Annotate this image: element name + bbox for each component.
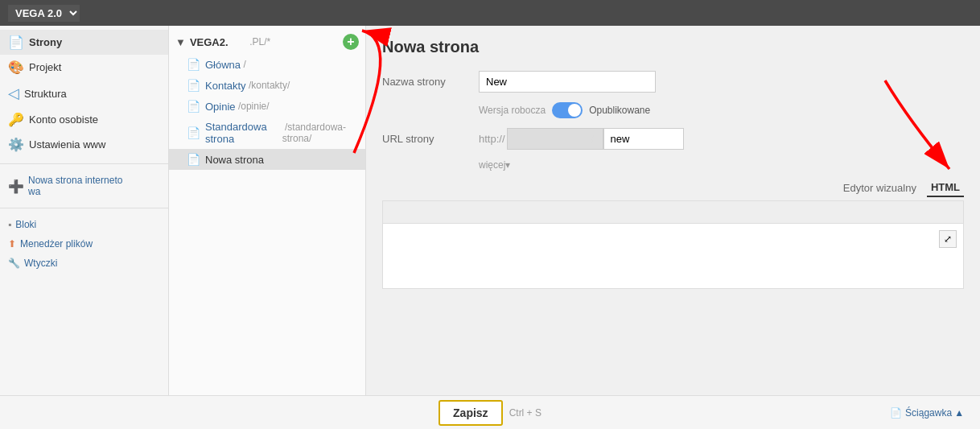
name-label: Nazwa strony [382,76,479,88]
editor-expand-button[interactable]: ⤢ [939,230,957,248]
page-file-icon-4: 📄 [187,126,200,139]
tree-header: ▼ VEGA2. .PL/* + [169,30,365,54]
shortcut-hint: Ctrl + S [509,407,541,419]
sidebar-link-manager[interactable]: ⬆ Menedżer plików [0,234,168,254]
tree-page-name-4[interactable]: Standardowa strona [205,121,282,145]
url-row: URL strony http:// .pl/ [382,128,964,150]
projekt-icon: 🎨 [8,60,24,75]
sidebar-link-new-site[interactable]: ➕ Nowa strona internetowa [0,171,168,201]
draft-label: Wersja robocza [479,105,546,116]
name-row: Nazwa strony [382,71,964,93]
add-site-icon: ➕ [8,179,24,194]
page-file-icon: 📄 [187,58,200,71]
manager-icon: ⬆ [8,238,16,250]
app-selector[interactable]: VEGA 2.0 [8,5,80,22]
main-container: 📄 Strony 🎨 Projekt ◁ Struktura 🔑 Konto o… [0,26,980,395]
tree-item-nowa[interactable]: 📄 Nowa strona [169,149,365,170]
html-editor-button[interactable]: HTML [927,179,964,197]
cheatsheet-link[interactable]: 📄 Ściągawka ▲ [890,407,964,419]
bloki-icon: ▪ [8,219,11,230]
sidebar-item-strony[interactable]: 📄 Strony [0,30,168,55]
more-link[interactable]: więcej▾ [479,159,964,171]
tree-page-path-4: /standardowa-strona/ [282,122,359,144]
url-input[interactable] [603,128,684,150]
plugins-icon: 🔧 [8,258,20,269]
editor-area[interactable]: ⤢ [382,200,964,289]
ustawienia-icon: ⚙️ [8,137,24,152]
cheatsheet-arrow: ▲ [954,407,964,419]
tree-item-opinie[interactable]: 📄 Opinie /opinie/ [169,96,365,117]
tree-page-name[interactable]: Główna [205,59,241,71]
footer-center: Zapisz Ctrl + S [439,400,541,426]
editor-content[interactable]: ⤢ [383,224,963,288]
tree-toggle-icon[interactable]: ▼ [175,36,186,48]
save-button[interactable]: Zapisz [439,400,503,426]
tree-page-path: / [241,59,246,70]
footer-right-wrapper: 📄 Ściągawka ▲ [541,407,964,419]
page-icon: 📄 [8,35,24,50]
toggle-row: Wersja robocza Opublikowane [479,102,964,118]
visual-editor-button[interactable]: Edytor wizualny [839,179,920,196]
add-page-button[interactable]: + [343,34,359,50]
sidebar-divider-2 [0,208,168,208]
sidebar-divider-1 [0,163,168,164]
tree-site-domain: .PL/* [229,36,271,47]
struktura-icon: ◁ [8,85,19,102]
sidebar-link-bloki[interactable]: ▪ Bloki [0,215,168,234]
plugins-link[interactable]: Wtyczki [24,258,57,269]
bloki-link[interactable]: Bloki [15,219,36,230]
content-area: Nowa strona Nazwa strony Wersja robocza … [366,26,980,395]
sidebar: 📄 Strony 🎨 Projekt ◁ Struktura 🔑 Konto o… [0,26,169,395]
tree-page-path-2: /kontakty/ [246,80,290,91]
url-label: URL strony [382,133,479,145]
footer: Zapisz Ctrl + S 📄 Ściągawka ▲ [0,395,980,429]
name-input[interactable] [479,71,656,93]
tree-item-standardowa[interactable]: 📄 Standardowa strona /standardowa-strona… [169,117,365,149]
page-tree: ▼ VEGA2. .PL/* + 📄 Główna / 📄 Kontakty /… [169,26,366,395]
sidebar-item-struktura[interactable]: ◁ Struktura [0,80,168,107]
tree-item-glowna[interactable]: 📄 Główna / [169,54,365,75]
toggle-slider [552,102,583,118]
page-file-icon-3: 📄 [187,100,200,113]
cheatsheet-icon: 📄 [890,407,902,419]
header-bar: VEGA 2.0 [0,0,980,26]
konto-icon: 🔑 [8,112,24,127]
tree-page-name-3[interactable]: Opinie [205,101,236,113]
tree-page-path-3: /opinie/ [236,101,270,112]
page-file-icon-5: 📄 [187,153,200,166]
editor-toolbar: Edytor wizualny HTML [382,179,964,197]
page-title: Nowa strona [382,38,964,56]
page-file-icon-2: 📄 [187,79,200,92]
tree-item-kontakty[interactable]: 📄 Kontakty /kontakty/ [169,75,365,96]
sidebar-item-projekt[interactable]: 🎨 Projekt [0,55,168,80]
url-domain-blur: .pl/ [507,128,603,150]
tree-site-name: VEGA2. [190,36,229,48]
new-site-link[interactable]: Nowa strona internetowa [28,175,122,197]
published-label: Opublikowane [589,105,650,116]
sidebar-item-ustawienia[interactable]: ⚙️ Ustawienia www [0,132,168,157]
url-prefix: http:// [479,133,505,145]
editor-top-bar [383,201,963,224]
manager-link[interactable]: Menedżer plików [20,238,93,250]
sidebar-item-konto[interactable]: 🔑 Konto osobiste [0,107,168,132]
tree-page-name-5: Nowa strona [205,154,264,166]
tree-page-name-2[interactable]: Kontakty [205,80,246,92]
publish-toggle[interactable] [552,102,583,118]
sidebar-link-plugins[interactable]: 🔧 Wtyczki [0,254,168,273]
